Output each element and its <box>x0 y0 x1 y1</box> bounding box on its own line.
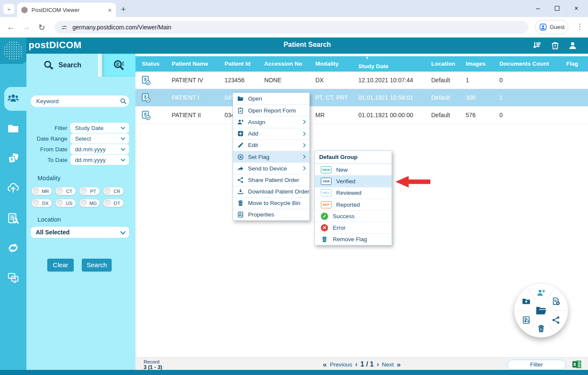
sidebar-item-cloud-upload[interactable] <box>7 182 20 194</box>
modality-toggle-cr[interactable]: CR <box>103 187 124 195</box>
modality-toggle-mr[interactable]: MR <box>32 187 52 195</box>
sidebar-item-folders[interactable] <box>7 122 20 135</box>
radial-trash-icon[interactable] <box>536 324 546 333</box>
radial-share-icon[interactable] <box>551 315 561 325</box>
filter-select[interactable]: Study Date <box>70 123 129 133</box>
window-maximize-button[interactable] <box>555 6 559 11</box>
tab-search[interactable]: Search <box>26 54 98 77</box>
cell-images: 1 <box>466 72 469 89</box>
excel-export-icon[interactable] <box>572 359 582 369</box>
last-page-icon[interactable]: » <box>397 361 401 368</box>
cell-patient-id: 123456 <box>225 72 245 89</box>
address-bar[interactable]: germany.postdicom.com/Viewer/Main <box>55 21 528 34</box>
menu-item-open[interactable]: Open <box>233 93 309 104</box>
chevron-down-icon <box>120 157 126 163</box>
forward-button[interactable]: → <box>22 23 30 32</box>
keyword-input[interactable] <box>31 95 129 107</box>
sidebar-item-images[interactable] <box>7 152 20 165</box>
recycle-bin-icon[interactable] <box>550 40 560 51</box>
filter-button[interactable]: Filter <box>507 360 566 370</box>
radial-assign-icon[interactable] <box>536 288 546 297</box>
reload-button[interactable]: ↻ <box>38 23 45 32</box>
column-flag[interactable]: Flag <box>566 56 578 72</box>
to-date-select[interactable]: dd.mm.yyyy <box>70 155 129 165</box>
menu-item-assign[interactable]: Assign <box>233 116 309 127</box>
menu-item-properties[interactable]: Properties <box>233 209 309 220</box>
sort-descending-icon[interactable]: ▼ <box>365 56 369 60</box>
column-images[interactable]: Images <box>466 56 486 72</box>
date-range-select[interactable]: Select <box>70 133 129 144</box>
menu-item-move-to-recycle-bin[interactable]: Move to Recycle Bin <box>233 197 309 209</box>
menu-item-set-flag[interactable]: Set Flag <box>233 151 309 162</box>
column-documents-count[interactable]: Documents Count <box>499 56 549 72</box>
table-row-patient-iv[interactable]: PATIENT IV 123456 NONE DX 12.10.2021 10:… <box>135 72 588 89</box>
column-patient-id[interactable]: Patient Id <box>225 56 251 72</box>
column-accession-no[interactable]: Accession No <box>264 56 302 72</box>
tab-search-caret-button[interactable]: ⌄ <box>3 4 14 14</box>
prev-page-icon[interactable]: ‹ <box>355 361 357 368</box>
search-button[interactable]: Search <box>82 259 112 271</box>
window-close-button[interactable]: × <box>574 5 578 12</box>
profile-button[interactable]: Guest <box>535 20 568 34</box>
menu-item-label: Send to Device <box>248 165 287 172</box>
sidebar-item-sync[interactable] <box>7 242 20 254</box>
new-tab-button[interactable]: + <box>121 5 126 14</box>
menu-item-add[interactable]: Add <box>233 128 309 139</box>
study-status-icon[interactable] <box>141 92 151 103</box>
flag-item-success[interactable]: ✓ Success <box>315 210 392 222</box>
browser-menu-button[interactable]: ⋮ <box>576 22 583 31</box>
toggle-knob <box>104 200 111 206</box>
sidebar-item-devices[interactable] <box>7 271 20 284</box>
menu-item-share-patient-order[interactable]: Share Patient Order <box>233 174 309 185</box>
keyword-search-icon[interactable] <box>120 98 127 105</box>
table-row-patient-ii[interactable]: PATIENT II 034 MR 01.01.1921 00:00:00 De… <box>135 107 588 124</box>
sidebar-item-worklist-search[interactable] <box>7 212 20 225</box>
modality-toggle-dx[interactable]: DX <box>32 199 52 207</box>
clear-button[interactable]: Clear <box>47 259 74 271</box>
location-select[interactable]: All Selected <box>31 227 129 238</box>
column-modality[interactable]: Modality <box>315 56 339 72</box>
menu-item-send-to-device[interactable]: Send to Device <box>233 162 309 174</box>
flag-item-remove-flag[interactable]: Remove Flag <box>315 234 392 245</box>
to-date-label: To Date <box>26 157 67 163</box>
window-minimize-button[interactable]: – <box>536 5 540 12</box>
from-date-select[interactable]: dd.mm.yyyy <box>70 144 129 154</box>
tab-advanced-search[interactable] <box>102 54 135 77</box>
sort-icon[interactable] <box>532 40 542 51</box>
column-status[interactable]: Status <box>142 56 159 72</box>
column-patient-name[interactable]: Patient Name <box>172 56 208 72</box>
modality-toggle-ct[interactable]: CT <box>55 187 76 195</box>
menu-item-download-patient-order[interactable]: Download Patient Order <box>233 186 309 197</box>
sidebar-item-patients[interactable] <box>7 92 20 104</box>
column-location[interactable]: Location <box>431 56 455 72</box>
site-info-icon[interactable] <box>61 24 68 31</box>
tab-close-icon[interactable]: × <box>108 7 112 13</box>
cell-accession-no: NONE <box>264 72 281 89</box>
modality-toggle-pt[interactable]: PT <box>79 187 100 195</box>
radial-open-button[interactable] <box>528 298 554 323</box>
browser-tab[interactable]: PostDICOM Viewer × <box>17 3 116 17</box>
folder-open-icon <box>535 304 548 317</box>
flag-item-new[interactable]: NEW New <box>315 164 392 175</box>
menu-item-edit[interactable]: Edit <box>233 139 309 151</box>
flag-item-verified[interactable]: VER Verified <box>315 175 392 187</box>
flag-item-reported[interactable]: REP Reported <box>315 199 392 210</box>
flag-item-error[interactable]: ✕ Error <box>315 222 392 233</box>
report-form-icon <box>237 107 244 114</box>
user-icon[interactable] <box>568 40 578 51</box>
radial-add-report-icon[interactable] <box>551 297 561 306</box>
previous-page-button[interactable]: Previous <box>330 361 352 368</box>
study-status-icon[interactable] <box>141 75 151 86</box>
menu-item-open-report-form[interactable]: Open Report Form <box>233 104 309 116</box>
first-page-icon[interactable]: « <box>323 361 326 368</box>
table-row-patient-i-selected[interactable]: PATIENT I 045 PT, CT, PRT 01.01.1921 10:… <box>135 89 588 107</box>
modality-toggle-ot[interactable]: OT <box>103 199 124 207</box>
study-status-icon[interactable] <box>141 110 151 121</box>
modality-toggle-mg[interactable]: MG <box>79 199 100 207</box>
next-page-icon[interactable]: › <box>377 361 379 368</box>
flag-item-reviewed[interactable]: REV Reviewed <box>315 187 392 199</box>
next-page-button[interactable]: Next <box>382 361 394 368</box>
back-button[interactable]: ← <box>7 23 15 32</box>
column-study-date[interactable]: Study Date <box>358 56 389 72</box>
modality-toggle-us[interactable]: US <box>55 199 76 207</box>
